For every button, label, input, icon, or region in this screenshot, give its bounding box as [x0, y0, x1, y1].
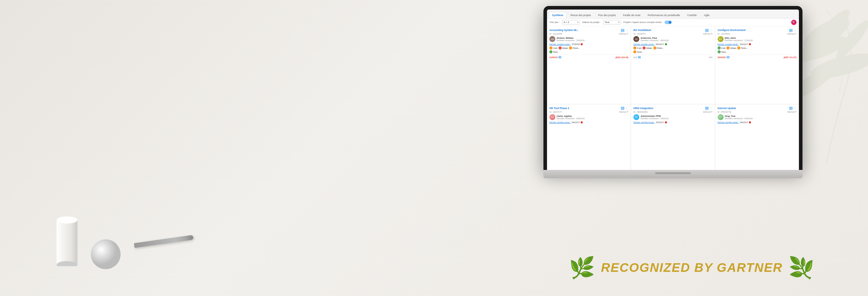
cost-indicator: ● [549, 47, 552, 50]
delay-indicator: ● [559, 47, 562, 50]
card-4-report-label[interactable]: Dernier compte-rendu : [549, 121, 571, 123]
svg-point-9 [91, 239, 121, 269]
card-5-title: HRIS Integration [633, 107, 704, 110]
card-3-date-icon [726, 56, 730, 58]
card-2-status-row: ●Coût ●Délais ●Périm... [633, 47, 712, 50]
filters-bar: Trier par : A > Z Z > A Date Nature du p… [547, 19, 799, 26]
laptop: Synthèse Revue des projets Flux des proj… [544, 6, 803, 185]
card-2-title: BO Installation [633, 29, 704, 32]
svg-rect-6 [57, 220, 78, 265]
perim-indicator: ● [569, 47, 572, 50]
card-6-avatar: GT [718, 114, 723, 120]
card-2-last-login: Dernière connexion : 06/04/18 [641, 39, 712, 41]
cost-indicator-2: ● [633, 47, 636, 50]
card-1-status-row: ●Coût ●Délais ●Périm... [549, 47, 628, 50]
tab-revue-projets[interactable]: Revue des projets [567, 12, 594, 18]
perim-indicator-2: ● [653, 47, 656, 50]
card-5-more-icon[interactable]: ⋮ [710, 107, 713, 110]
card-1-dept: Internal IT [619, 33, 629, 35]
card-2-report-indicator [665, 43, 667, 45]
card-3-last-login: Dernière connexion : 27/04/18 [725, 39, 797, 41]
laurel-left-icon: 🌿 [569, 257, 595, 278]
search-button[interactable]: 🔍 [791, 20, 797, 25]
card-6-report-label[interactable]: Dernier compte-rendu : [718, 121, 739, 123]
tend-indicator: ● [549, 50, 552, 53]
card-5-username: Administrator PPM [641, 115, 712, 117]
card-1-username: Alvarez, William [557, 37, 628, 39]
tab-feuille-route[interactable]: Feuille de route [620, 12, 644, 18]
cost-indicator-3: ● [718, 47, 721, 50]
card-2-dept: Internal IT [703, 33, 713, 35]
card-1-id: Id : 1A12SNR [549, 33, 562, 35]
card-5-report-date: 15/12/17 [656, 121, 664, 123]
card-3-date: 30/03/20 [718, 56, 726, 58]
card-5-report-label[interactable]: Dernier compte-rendu : [633, 121, 655, 123]
tab-agile[interactable]: Agile [701, 12, 713, 18]
project-card-6: Internet Update ⋮ Id : iPNZAXTQ Internal… [715, 104, 799, 170]
delay-indicator-3: ● [726, 47, 730, 50]
project-card-1: Accounting System Mi... ⋮ Id : 1A12SNR I… [547, 26, 631, 104]
card-6-last-login: Dernière connexion : 04/04/18 [725, 117, 797, 120]
card-3-status-row: ●Coût ●Délais ●Périm... [718, 47, 797, 50]
card-2-date: N/A [633, 56, 637, 58]
card-2-budget: N/A [709, 56, 713, 58]
card-4-last-login: Dernière connexion : 06/04/18 [557, 117, 628, 120]
card-2-report-label[interactable]: Dernier compte-rendu : [633, 43, 655, 45]
app-screen: Synthèse Revue des projets Flux des proj… [547, 9, 799, 170]
tab-controle[interactable]: Contrôle [684, 12, 700, 18]
card-4-dept: Internal IT [619, 111, 629, 113]
card-2-report-date: 04/12/17 [656, 43, 664, 45]
card-5-chat-icon[interactable] [705, 107, 709, 110]
perim-indicator-3: ● [737, 47, 740, 50]
laptop-base [544, 170, 803, 178]
card-5-report-indicator [665, 121, 667, 123]
tend-indicator-3: ● [718, 50, 721, 53]
card-4-username: Carter, Agatha [557, 115, 628, 117]
delay-indicator-2: ● [643, 47, 646, 50]
card-5-avatar: AD [633, 114, 639, 120]
card-3-title: Configure Environment [718, 29, 788, 32]
card-4-chat-icon[interactable] [621, 107, 624, 110]
card-2-chat-icon[interactable] [705, 29, 709, 32]
card-3-avatar: EA [718, 36, 723, 42]
sort-select[interactable]: A > Z Z > A Date [562, 20, 580, 25]
card-2-id: Id : 1A34FF4 [633, 33, 645, 35]
tab-performances[interactable]: Performances du portefeuille [644, 12, 683, 18]
card-1-report-date: 27/02/18 [572, 43, 580, 45]
card-4-more-icon[interactable]: ⋮ [625, 107, 628, 110]
card-6-more-icon[interactable]: ⋮ [794, 107, 797, 110]
card-6-chat-icon[interactable] [789, 107, 793, 110]
tab-flux-projets[interactable]: Flux des projets [595, 12, 619, 18]
tabs-bar: Synthèse Revue des projets Flux des proj… [547, 9, 799, 19]
nature-select[interactable]: Tous Interne Externe [603, 20, 621, 25]
card-1-last-login: Dernière connexion : 25/04/18 [557, 39, 628, 41]
card-1-chat-icon[interactable] [621, 29, 624, 32]
card-2-avatar: AP [633, 36, 639, 42]
svg-point-7 [57, 216, 78, 224]
tab-synthese[interactable]: Synthèse [549, 12, 567, 18]
tend-indicator-2: ● [633, 50, 636, 53]
laurel-right-icon: 🌿 [788, 257, 814, 278]
card-1-more-icon[interactable]: ⋮ [625, 29, 628, 32]
card-4-id: Id : 1A37C7T [549, 111, 562, 113]
card-6-report-indicator [749, 121, 751, 123]
card-1-date-icon [558, 56, 561, 58]
card-3-report-label[interactable]: Dernier compte-rendu : [718, 43, 739, 45]
card-5-last-login: Dernière connexion : 03/02/18 [641, 117, 712, 120]
card-1-report-label[interactable]: Dernier compte-rendu : [549, 43, 571, 45]
nature-label: Nature du projet : [582, 21, 600, 24]
sort-label: Trier par : [549, 21, 559, 24]
card-3-username: Ellis, Aline [725, 37, 797, 39]
no-report-toggle[interactable] [664, 21, 672, 24]
card-6-title: Internet Update [718, 107, 788, 110]
card-4-avatar: CA [549, 114, 555, 120]
laptop-screen: Synthèse Revue des projets Flux des proj… [544, 6, 803, 170]
card-3-budget: ($857 311.57) [783, 56, 797, 58]
card-3-chat-icon[interactable] [789, 29, 793, 32]
project-card-4: HR Tool Phase 2 ⋮ Id : 1A37C7T Internal … [547, 104, 631, 170]
card-3-report-indicator [749, 43, 751, 45]
card-6-id: Id : iPNZAXTQ [718, 111, 731, 113]
card-2-more-icon[interactable]: ⋮ [710, 29, 713, 32]
card-1-report-indicator [581, 43, 583, 45]
card-3-more-icon[interactable]: ⋮ [794, 29, 797, 32]
